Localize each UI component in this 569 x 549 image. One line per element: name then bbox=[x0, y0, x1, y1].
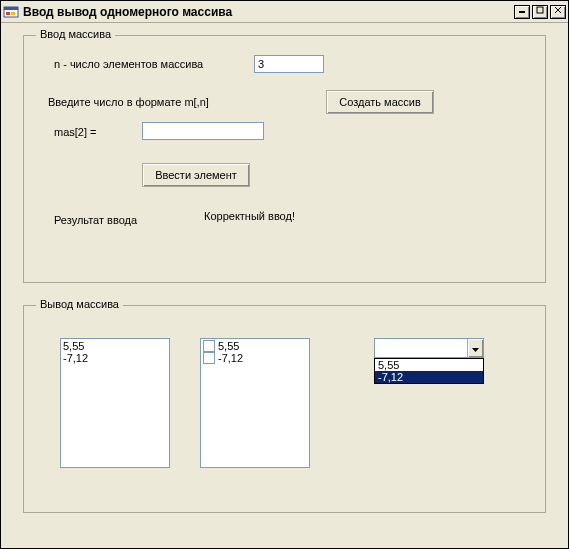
mas-index-label: mas[2] = bbox=[54, 126, 97, 138]
svg-rect-5 bbox=[537, 7, 543, 13]
checkbox-icon[interactable] bbox=[203, 352, 215, 364]
combobox-dropdown-button[interactable] bbox=[467, 339, 483, 357]
minimize-button[interactable] bbox=[514, 5, 530, 19]
maximize-button[interactable] bbox=[532, 5, 548, 19]
output-groupbox: Вывод массива 5,55 -7,12 5,55 -7,12 bbox=[23, 305, 546, 513]
list-item[interactable]: -7,12 bbox=[63, 352, 167, 364]
list-item[interactable]: 5,55 bbox=[63, 340, 167, 352]
listbox-plain[interactable]: 5,55 -7,12 bbox=[60, 338, 170, 468]
list-item-label: -7,12 bbox=[218, 352, 243, 364]
title-bar: Ввод вывод одномерного массива bbox=[1, 1, 568, 23]
input-groupbox: Ввод массива n - число элементов массива… bbox=[23, 35, 546, 283]
client-area: Ввод массива n - число элементов массива… bbox=[1, 23, 568, 548]
combobox-option[interactable]: -7,12 bbox=[375, 371, 483, 383]
n-input[interactable] bbox=[254, 55, 324, 73]
svg-marker-8 bbox=[472, 348, 479, 352]
close-button[interactable] bbox=[550, 5, 566, 19]
combobox-dropdown[interactable]: 5,55 -7,12 bbox=[374, 358, 484, 384]
format-label: Введите число в формате m[,n] bbox=[48, 96, 209, 108]
chevron-down-icon bbox=[472, 342, 479, 354]
checked-listbox[interactable]: 5,55 -7,12 bbox=[200, 338, 310, 468]
result-value: Корректный ввод! bbox=[204, 210, 295, 222]
element-input[interactable] bbox=[142, 122, 264, 140]
svg-rect-1 bbox=[4, 7, 18, 10]
create-array-button[interactable]: Создать массив bbox=[326, 90, 434, 114]
n-label: n - число элементов массива bbox=[54, 58, 203, 70]
window-buttons bbox=[514, 5, 566, 19]
window: Ввод вывод одномерного массива Ввод масс… bbox=[0, 0, 569, 549]
list-item[interactable]: 5,55 bbox=[203, 340, 307, 352]
list-item-label: 5,55 bbox=[218, 340, 239, 352]
svg-rect-3 bbox=[11, 12, 15, 15]
result-label: Результат ввода bbox=[54, 214, 137, 226]
app-icon bbox=[3, 4, 19, 20]
enter-element-button[interactable]: Ввести элемент bbox=[142, 163, 250, 187]
list-item[interactable]: -7,12 bbox=[203, 352, 307, 364]
combobox-option[interactable]: 5,55 bbox=[375, 359, 483, 371]
svg-rect-2 bbox=[6, 12, 10, 15]
combobox[interactable] bbox=[374, 338, 484, 358]
combobox-input[interactable] bbox=[375, 339, 467, 357]
checkbox-icon[interactable] bbox=[203, 340, 215, 352]
window-title: Ввод вывод одномерного массива bbox=[23, 5, 514, 19]
